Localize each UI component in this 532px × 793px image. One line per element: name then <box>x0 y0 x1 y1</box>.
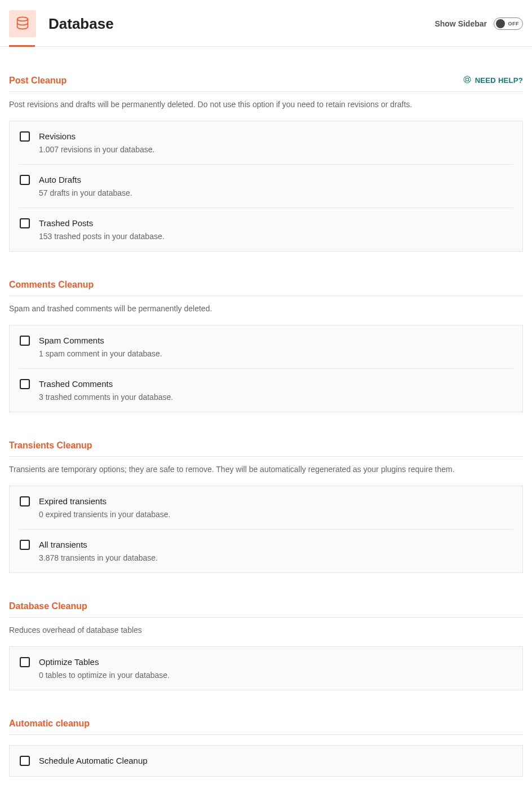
content: Post Cleanup NEED HELP? Post revisions a… <box>0 75 532 793</box>
row-expired-transients: Expired transients 0 expired transients … <box>10 486 522 529</box>
row-label: Trashed Comments <box>39 379 173 389</box>
row-trashed-comments: Trashed Comments 3 trashed comments in y… <box>19 368 513 412</box>
row-sub: 0 tables to optimize in your database. <box>39 671 170 680</box>
database-icon <box>9 10 36 37</box>
show-sidebar-toggle[interactable]: OFF <box>494 17 523 30</box>
section-title: Comments Cleanup <box>9 280 94 290</box>
panel: Expired transients 0 expired transients … <box>9 486 523 573</box>
row-sub: 0 expired transients in your database. <box>39 510 170 519</box>
row-sub: 1.007 revisions in your database. <box>39 145 154 154</box>
checkbox-revisions[interactable] <box>20 131 30 142</box>
section-transients-cleanup: Transients Cleanup Transients are tempor… <box>9 440 523 573</box>
section-comments-cleanup: Comments Cleanup Spam and trashed commen… <box>9 280 523 412</box>
help-label: NEED HELP? <box>475 76 523 85</box>
need-help-link[interactable]: NEED HELP? <box>463 75 523 86</box>
row-sub: 1 spam comment in your database. <box>39 349 162 358</box>
active-tab-indicator <box>9 45 35 47</box>
show-sidebar-label: Show Sidebar <box>435 19 487 28</box>
section-title: Database Cleanup <box>9 601 87 611</box>
checkbox-schedule-auto-cleanup[interactable] <box>20 756 30 766</box>
checkbox-all-transients[interactable] <box>20 540 30 550</box>
row-trashed-posts: Trashed Posts 153 trashed posts in your … <box>19 208 513 251</box>
svg-point-2 <box>466 78 468 81</box>
row-revisions: Revisions 1.007 revisions in your databa… <box>10 121 522 164</box>
checkbox-auto-drafts[interactable] <box>20 175 30 185</box>
row-optimize-tables: Optimize Tables 0 tables to optimize in … <box>10 647 522 690</box>
section-desc: Spam and trashed comments will be perman… <box>9 303 523 315</box>
svg-line-5 <box>464 81 466 82</box>
section-header: Post Cleanup NEED HELP? <box>9 75 523 92</box>
section-desc: Reduces overhead of database tables <box>9 624 523 636</box>
svg-line-3 <box>464 77 466 78</box>
help-icon <box>463 75 472 86</box>
row-label: Optimize Tables <box>39 657 170 667</box>
toggle-knob <box>496 19 505 28</box>
page-header: Database Show Sidebar OFF <box>0 0 532 47</box>
section-automatic-cleanup: Automatic cleanup Schedule Automatic Cle… <box>9 719 523 777</box>
section-header: Comments Cleanup <box>9 280 523 296</box>
panel: Spam Comments 1 spam comment in your dat… <box>9 325 523 412</box>
section-desc: Transients are temporary options; they a… <box>9 464 523 475</box>
panel: Optimize Tables 0 tables to optimize in … <box>9 646 523 690</box>
row-sub: 153 trashed posts in your database. <box>39 232 165 241</box>
row-label: Spam Comments <box>39 336 162 346</box>
checkbox-trashed-posts[interactable] <box>20 218 30 228</box>
row-spam-comments: Spam Comments 1 spam comment in your dat… <box>10 325 522 368</box>
row-label: Expired transients <box>39 496 170 506</box>
toggle-state-text: OFF <box>508 21 520 27</box>
svg-point-0 <box>17 17 28 21</box>
row-label: Auto Drafts <box>39 175 132 185</box>
section-desc: Post revisions and drafts will be perman… <box>9 99 523 111</box>
section-database-cleanup: Database Cleanup Reduces overhead of dat… <box>9 601 523 690</box>
section-post-cleanup: Post Cleanup NEED HELP? Post revisions a… <box>9 75 523 252</box>
section-header: Automatic cleanup <box>9 719 523 735</box>
section-header: Database Cleanup <box>9 601 523 618</box>
row-label: Trashed Posts <box>39 218 165 228</box>
section-title: Post Cleanup <box>9 76 66 86</box>
checkbox-optimize-tables[interactable] <box>20 657 30 667</box>
panel: Schedule Automatic Cleanup <box>9 745 523 777</box>
row-sub: 3.878 transients in your database. <box>39 553 158 562</box>
header-right: Show Sidebar OFF <box>435 17 523 30</box>
checkbox-expired-transients[interactable] <box>20 496 30 506</box>
section-title: Transients Cleanup <box>9 440 92 451</box>
svg-line-4 <box>468 77 469 78</box>
section-title: Automatic cleanup <box>9 719 90 729</box>
row-sub: 57 drafts in your database. <box>39 188 132 197</box>
svg-line-6 <box>468 81 469 82</box>
row-schedule-auto-cleanup: Schedule Automatic Cleanup <box>10 746 522 776</box>
row-label: All transients <box>39 540 158 550</box>
row-label: Schedule Automatic Cleanup <box>39 756 148 766</box>
row-auto-drafts: Auto Drafts 57 drafts in your database. <box>19 164 513 208</box>
section-header: Transients Cleanup <box>9 440 523 457</box>
row-sub: 3 trashed comments in your database. <box>39 393 173 402</box>
row-all-transients: All transients 3.878 transients in your … <box>19 529 513 572</box>
row-label: Revisions <box>39 131 154 142</box>
page-title: Database <box>48 15 114 33</box>
checkbox-trashed-comments[interactable] <box>20 379 30 389</box>
panel: Revisions 1.007 revisions in your databa… <box>9 121 523 252</box>
checkbox-spam-comments[interactable] <box>20 336 30 346</box>
